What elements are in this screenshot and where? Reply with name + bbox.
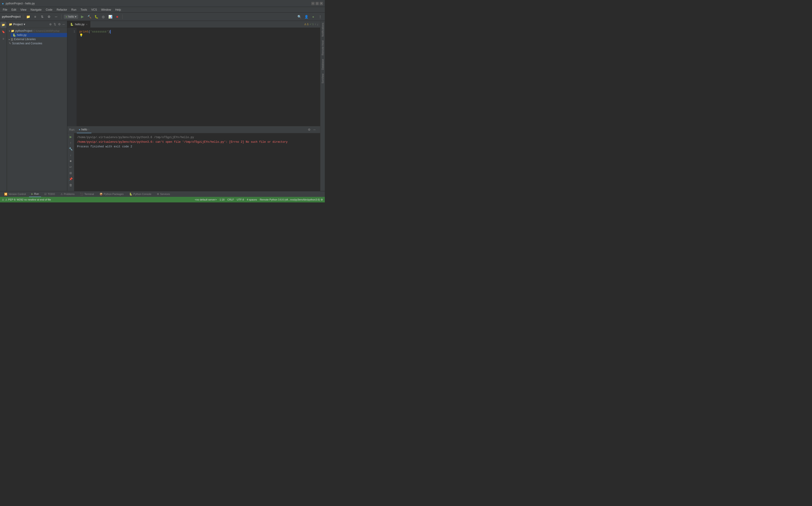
title-bar-controls: ─ □ × [311,2,323,5]
run-trash-btn[interactable]: 🗑 [68,182,73,187]
sidebar: 📁 Project ▾ ⊕ ⇅ ⚙ ─ ▾ 📁 pythonProject C:… [7,21,67,191]
toolbar-gear-btn[interactable]: ⚙ [46,14,52,19]
run-stop-btn[interactable]: ■ [68,158,73,163]
toolbar-list-btn[interactable]: ≡ [32,14,38,19]
bottom-tab-python-console[interactable]: 🐍 Python Console [127,191,154,197]
sidebar-settings-btn[interactable]: ⚙ [58,22,61,26]
sidebar-minimize-btn[interactable]: ─ [62,22,65,26]
run-wrench-btn[interactable]: 🔧 [68,146,73,151]
coverage-button[interactable]: ◎ [100,14,106,19]
tree-item-hello-py[interactable]: 🐍 hello.py [11,33,67,37]
run-configuration-dropdown[interactable]: ● hello ▾ [64,15,78,19]
tree-item-external-libraries[interactable]: ▸ ||| External Libraries [7,37,67,41]
sidebar-locate-btn[interactable]: ⊕ [49,22,52,26]
bottom-tab-version-control[interactable]: 🔀 Version Control [2,191,28,197]
menu-code[interactable]: Code [44,8,54,12]
menu-file[interactable]: File [1,8,9,12]
notifications-panel-label[interactable]: Notifications [320,21,325,38]
more-button[interactable]: ⋮ [317,14,323,19]
scroll-up-btn[interactable]: ↑ [315,23,316,26]
status-bar: ⚠ ⚠ PEP 8: W292 no newline at end of fil… [0,197,325,202]
menu-refactor[interactable]: Refactor [55,8,69,12]
tab-python-icon: 🐍 [70,23,74,26]
paren-close: ) [108,30,110,34]
scratch-icon: ✎ [9,42,11,45]
remote-host-panel-label[interactable]: Remote Host [320,38,325,57]
bottom-tab-run[interactable]: ▶ Run [29,191,41,197]
title-bar: ● pythonProject - hello.py ─ □ × [0,0,325,7]
toolbar-collapse-btn[interactable]: ─ [54,14,59,19]
minimize-button[interactable]: ─ [311,2,315,5]
status-server[interactable]: <no default server> [195,198,217,201]
bottom-tab-run-label: Run [34,192,39,195]
menu-run[interactable]: Run [69,8,78,12]
bottom-tab-services[interactable]: ⚙ Services [155,191,172,197]
toolbar-sort-btn[interactable]: ⇅ [39,14,45,19]
warning-indicator: ⚠ 1 [304,23,309,26]
run-output-line-2: /home/pyvip/.virtualenvs/py3env/bin/pyth… [77,140,317,144]
menu-tools[interactable]: Tools [79,8,89,12]
tab-close-btn[interactable]: × [86,23,87,26]
maximize-button[interactable]: □ [315,2,319,5]
tree-item-scratches[interactable]: ✎ Scratches and Consoles [7,41,67,46]
stop-button[interactable]: ■ [114,14,120,19]
run-scroll-down-btn[interactable]: ↓ [68,152,73,157]
tree-item-root[interactable]: ▾ 📁 pythonProject C:\Users\13440\Pychar [7,29,67,33]
editor-content: 1 print('ssssssss') 💡 [67,28,320,126]
run-pin-btn[interactable]: 📌 [68,176,73,181]
activity-structure-icon[interactable]: ≡ [0,36,6,42]
run-output: /home/pyvip/.virtualenvs/py3env/bin/pyth… [74,133,320,191]
menu-window[interactable]: Window [99,8,113,12]
menu-navigate[interactable]: Navigate [29,8,43,12]
run-rerun-btn[interactable]: ▶ [68,134,73,139]
close-button[interactable]: × [320,2,323,5]
bottom-tab-python-packages[interactable]: 📦 Python Packages [97,191,126,197]
status-line-ending[interactable]: CRLF [227,198,234,201]
python-packages-icon: 📦 [100,193,103,196]
bulb-icon[interactable]: 💡 [79,34,83,37]
debug-button[interactable]: 🐛 [94,14,99,19]
status-warning-text[interactable]: ⚠ PEP 8: W292 no newline at end of file [5,198,51,201]
menu-vcs[interactable]: VCS [89,8,99,12]
right-sidebar: Notifications Remote Host Database SvnVi… [320,21,325,191]
project-dropdown[interactable]: 📁 Project ▾ [9,23,25,26]
profile-button[interactable]: 📊 [107,14,113,19]
run-button[interactable]: ▶ [80,14,85,19]
run-wrap-btn[interactable]: ↩ [68,164,73,169]
bottom-tab-terminal[interactable]: ⬛ Terminal [78,191,96,197]
run-panel-settings-btn[interactable]: ⚙ [307,128,312,132]
activity-bookmarks-icon[interactable]: 🔖 [0,29,6,35]
build-button[interactable]: 🔨 [87,14,92,19]
database-panel-label[interactable]: Database [320,57,325,72]
menu-edit[interactable]: Edit [9,8,18,12]
sidebar-expand-btn[interactable]: ⇅ [53,22,57,26]
status-indent[interactable]: 4 spaces [247,198,257,201]
status-interpreter[interactable]: Remote Python 3.6.6 (sft...nvs/py3env/bi… [260,198,323,201]
svnview-panel-label[interactable]: SvnView [320,72,325,85]
status-bar-left: ⚠ ⚠ PEP 8: W292 no newline at end of fil… [2,198,51,201]
line-number-1: 1 [69,30,75,34]
scroll-down-btn[interactable]: ↓ [317,23,318,26]
search-everywhere-button[interactable]: 🔍 [297,14,302,19]
code-line-1: print('ssssssss') [79,30,317,34]
toolbar-folder-btn[interactable]: 📁 [25,14,31,19]
run-sort-btn[interactable]: ⊞ [68,170,73,175]
bottom-tab-vc-label: Version Control [8,193,26,195]
git-button[interactable]: ● [310,14,316,19]
run-output-line-4: Process finished with exit code 2 [77,144,317,149]
menu-view[interactable]: View [18,8,28,12]
bottom-tab-todo[interactable]: ☑ TODO [42,191,57,197]
run-panel-minimize-btn[interactable]: ─ [312,128,316,132]
activity-project-icon[interactable]: 📁 [0,22,6,28]
status-cursor[interactable]: 1:18 [219,198,224,201]
run-tab-hello[interactable]: ● hello × [77,126,91,133]
editor-tab-hello-py[interactable]: 🐍 hello.py × [67,21,91,28]
version-control-icon: 🔀 [4,193,7,196]
status-encoding[interactable]: UTF-8 [237,198,244,201]
code-editor[interactable]: print('ssssssss') 💡 [77,28,320,126]
bottom-tab-problems[interactable]: ⚠ Problems [58,191,77,197]
run-scroll-up-btn[interactable]: ↑ [68,140,73,145]
menu-help[interactable]: Help [113,8,123,12]
run-tab-close-btn[interactable]: × [88,128,90,131]
user-button[interactable]: 👤 [303,14,309,19]
